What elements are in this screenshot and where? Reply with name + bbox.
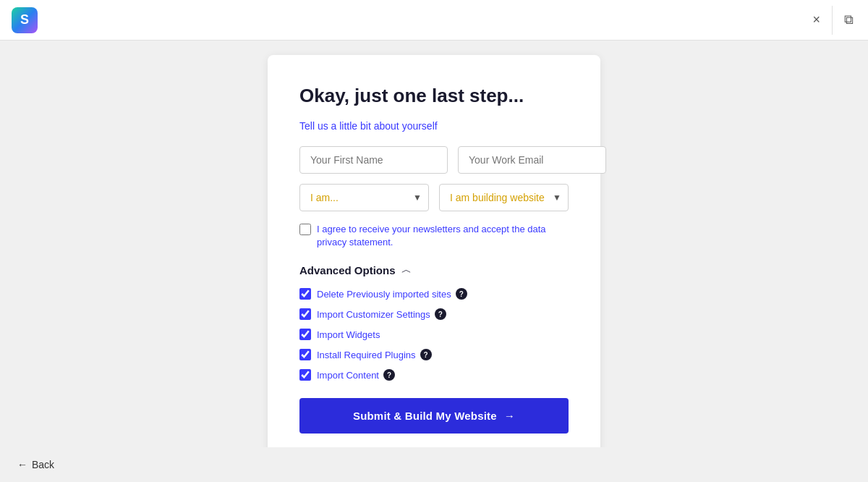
import-customizer-label[interactable]: Import Customizer Settings ? — [317, 308, 446, 320]
advanced-options-header[interactable]: Advanced Options ︿ — [299, 263, 569, 276]
advanced-chevron-icon: ︿ — [401, 263, 412, 276]
install-plugins-label[interactable]: Install Required Plugins ? — [317, 349, 432, 360]
import-content-help-icon[interactable]: ? — [383, 369, 395, 381]
iam-select-wrapper: I am... Developer Designer Business Owne… — [299, 184, 429, 211]
submit-label: Submit & Build My Website — [353, 410, 497, 422]
submit-arrow-icon: → — [504, 410, 515, 422]
back-arrow-icon: ← — [17, 459, 27, 470]
delete-sites-help-icon[interactable]: ? — [456, 288, 467, 300]
logo-icon: S — [12, 7, 38, 33]
bottom-bar: ← Back — [0, 447, 868, 482]
back-label: Back — [32, 459, 54, 470]
name-email-row — [299, 146, 569, 174]
main-content: Okay, just one last step... Tell us a li… — [0, 41, 868, 447]
form-card: Okay, just one last step... Tell us a li… — [268, 55, 600, 447]
top-bar: S × ⧉ — [0, 0, 868, 41]
option-install-plugins: Install Required Plugins ? — [299, 349, 569, 360]
option-import-content: Import Content ? — [299, 369, 569, 381]
install-plugins-checkbox[interactable] — [299, 349, 311, 360]
select-row: I am... Developer Designer Business Owne… — [299, 184, 569, 211]
close-button[interactable]: × — [809, 9, 823, 30]
external-link-button[interactable]: ⧉ — [841, 9, 856, 30]
delete-sites-label[interactable]: Delete Previously imported sites ? — [317, 288, 467, 300]
import-widgets-label[interactable]: Import Widgets — [317, 329, 380, 340]
top-bar-left: S — [12, 7, 38, 33]
newsletter-checkbox[interactable] — [299, 224, 311, 235]
iam-select[interactable]: I am... Developer Designer Business Owne… — [299, 184, 429, 211]
submit-button[interactable]: Submit & Build My Website → — [299, 398, 569, 434]
top-bar-divider — [832, 6, 833, 35]
top-bar-right: × ⧉ — [809, 6, 856, 35]
newsletter-row: I agree to receive your newsletters and … — [299, 223, 569, 249]
option-import-widgets: Import Widgets — [299, 329, 569, 340]
import-content-label[interactable]: Import Content ? — [317, 369, 395, 381]
card-subtitle: Tell us a little bit about yourself — [299, 120, 569, 132]
advanced-options-list: Delete Previously imported sites ? Impor… — [299, 288, 569, 381]
advanced-options-title: Advanced Options — [299, 264, 396, 276]
building-select[interactable]: I am building website for... Personal Bl… — [439, 184, 569, 211]
back-button[interactable]: ← Back — [17, 459, 54, 470]
first-name-input[interactable] — [299, 146, 448, 174]
import-customizer-help-icon[interactable]: ? — [435, 308, 446, 320]
delete-sites-checkbox[interactable] — [299, 288, 311, 300]
install-plugins-help-icon[interactable]: ? — [420, 349, 432, 360]
work-email-input[interactable] — [458, 146, 606, 174]
option-delete-sites: Delete Previously imported sites ? — [299, 288, 569, 300]
option-import-customizer: Import Customizer Settings ? — [299, 308, 569, 320]
import-customizer-checkbox[interactable] — [299, 308, 311, 320]
import-widgets-checkbox[interactable] — [299, 329, 311, 340]
building-select-wrapper: I am building website for... Personal Bl… — [439, 184, 569, 211]
import-content-checkbox[interactable] — [299, 369, 311, 381]
card-title: Okay, just one last step... — [299, 84, 569, 109]
newsletter-label[interactable]: I agree to receive your newsletters and … — [317, 223, 569, 249]
